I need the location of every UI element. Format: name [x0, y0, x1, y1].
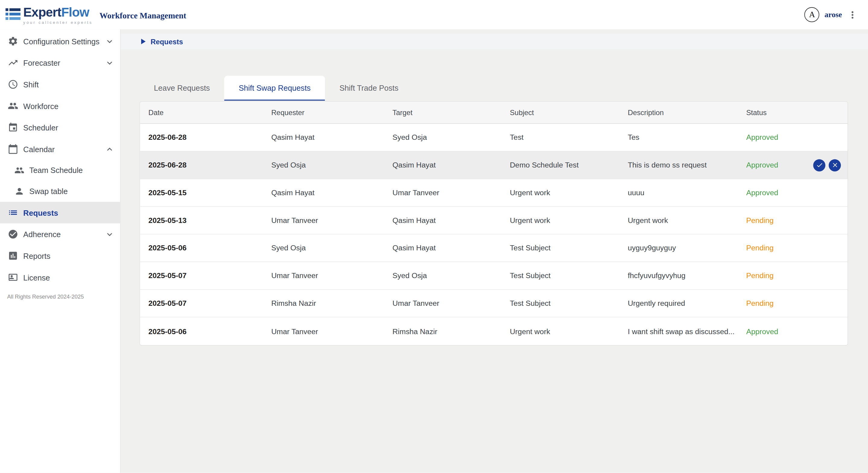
- logo-tagline: your callcenter experts: [23, 21, 93, 24]
- reject-button[interactable]: [829, 159, 841, 171]
- column-header-date: Date: [140, 108, 263, 117]
- cell-date: 2025-06-28: [140, 133, 263, 142]
- status-badge: Approved: [746, 161, 778, 169]
- tab-leave-requests[interactable]: Leave Requests: [140, 76, 224, 101]
- sidebar-item-configuration-settings[interactable]: Configuration Settings: [0, 30, 120, 52]
- chevron-down-icon: [105, 58, 115, 68]
- status-badge: Pending: [746, 216, 774, 225]
- cell-description: fhcfyuvufgyvyhug: [619, 271, 738, 280]
- cell-target: Rimsha Nazir: [384, 327, 501, 336]
- sidebar-item-label: Forecaster: [23, 59, 60, 67]
- cell-subject: Urgent work: [501, 189, 619, 197]
- cell-requester: Qasim Hayat: [263, 133, 384, 142]
- table-row[interactable]: 2025-06-28Qasim HayatSyed OsjaTestTesApp…: [140, 124, 847, 151]
- status-badge: Pending: [746, 244, 774, 252]
- sidebar-item-team-schedule[interactable]: Team Schedule: [0, 160, 120, 181]
- tab-label: Shift Trade Posts: [339, 83, 398, 92]
- requests-table: DateRequesterTargetSubjectDescriptionSta…: [140, 101, 848, 345]
- cell-target: Syed Osja: [384, 133, 501, 142]
- people-icon: [14, 165, 25, 175]
- column-header-status: Status: [738, 108, 847, 117]
- id-card-icon: [8, 272, 19, 282]
- people-icon: [8, 101, 19, 111]
- table-row[interactable]: 2025-05-07Umar TanveerSyed OsjaTest Subj…: [140, 262, 847, 290]
- cell-description: uuuu: [619, 189, 738, 197]
- sidebar-item-forecaster[interactable]: Forecaster: [0, 52, 120, 74]
- cell-subject: Urgent work: [501, 327, 619, 336]
- row-actions: [813, 159, 841, 171]
- logo-icon: [5, 8, 21, 20]
- sidebar-item-shift[interactable]: Shift: [0, 73, 120, 95]
- calendar-icon: [8, 144, 19, 154]
- cell-description: This is demo ss request: [619, 161, 738, 169]
- table-header-row: DateRequesterTargetSubjectDescriptionSta…: [140, 102, 847, 124]
- cell-date: 2025-05-07: [140, 271, 263, 280]
- avatar[interactable]: A: [805, 7, 820, 22]
- bar-chart-icon: [8, 250, 19, 261]
- table-row[interactable]: 2025-05-15Qasim HayatUmar TanveerUrgent …: [140, 179, 847, 207]
- status-badge: Approved: [746, 133, 778, 142]
- sidebar-item-calendar[interactable]: Calendar: [0, 138, 120, 160]
- sidebar-item-swap-table[interactable]: Swap table: [0, 181, 120, 202]
- cell-requester: Rimsha Nazir: [263, 299, 384, 308]
- app-root: Expert Flow your callcenter experts Work…: [0, 0, 868, 473]
- sidebar-item-scheduler[interactable]: Scheduler: [0, 116, 120, 138]
- cell-subject: Demo Schedule Test: [501, 161, 619, 169]
- sidebar-item-label: Adherence: [23, 230, 61, 239]
- cell-status: Pending: [738, 244, 847, 252]
- approve-button[interactable]: [813, 159, 825, 171]
- column-header-subject: Subject: [501, 108, 619, 117]
- chevron-up-icon: [105, 144, 115, 154]
- sidebar-items: Configuration SettingsForecasterShiftWor…: [0, 30, 120, 288]
- tab-bar: Leave RequestsShift Swap RequestsShift T…: [140, 76, 413, 101]
- logo-bar: [5, 17, 21, 20]
- tab-shift-swap-requests[interactable]: Shift Swap Requests: [224, 76, 325, 101]
- chevron-down-icon: [105, 36, 115, 46]
- sidebar-item-adherence[interactable]: Adherence: [0, 224, 120, 245]
- status-badge: Pending: [746, 271, 774, 280]
- cell-target: Umar Tanveer: [384, 299, 501, 308]
- username: arose: [825, 10, 842, 19]
- cell-description: I want shift swap as discussed...: [619, 327, 738, 336]
- sidebar-item-label: Swap table: [29, 187, 67, 196]
- sidebar-item-reports[interactable]: Reports: [0, 245, 120, 267]
- table-row[interactable]: 2025-05-06Syed OsjaQasim HayatTest Subje…: [140, 234, 847, 262]
- main-content: Requests Leave RequestsShift Swap Reques…: [121, 29, 868, 473]
- cell-description: Urgently required: [619, 299, 738, 308]
- clock-icon: [8, 79, 19, 90]
- logo-word-expert: Expert: [23, 5, 61, 20]
- cell-subject: Test: [501, 133, 619, 142]
- table-row[interactable]: 2025-05-06Umar TanveerRimsha NazirUrgent…: [140, 317, 847, 345]
- table-row[interactable]: 2025-06-28Syed OsjaQasim HayatDemo Sched…: [140, 151, 847, 179]
- list-icon: [8, 207, 19, 218]
- breadcrumb[interactable]: Requests: [121, 34, 868, 49]
- cell-status: Approved: [738, 133, 847, 142]
- sidebar-footer: All Rights Reserved 2024-2025: [0, 288, 120, 300]
- cell-subject: Urgent work: [501, 216, 619, 225]
- expertflow-logo: Expert Flow your callcenter experts: [0, 5, 93, 24]
- status-badge: Pending: [746, 299, 774, 308]
- logo-word-flow: Flow: [61, 5, 89, 20]
- cell-status: Pending: [738, 216, 847, 225]
- sidebar-item-license[interactable]: License: [0, 267, 120, 288]
- sidebar: Configuration SettingsForecasterShiftWor…: [0, 29, 121, 473]
- close-icon: [831, 162, 838, 169]
- cell-requester: Umar Tanveer: [263, 216, 384, 225]
- kebab-menu-icon[interactable]: [847, 9, 858, 20]
- table-row[interactable]: 2025-05-07Rimsha NazirUmar TanveerTest S…: [140, 290, 847, 317]
- logo-text: Expert Flow your callcenter experts: [23, 5, 93, 24]
- tab-shift-trade-posts[interactable]: Shift Trade Posts: [325, 76, 413, 101]
- sidebar-item-requests[interactable]: Requests: [0, 202, 120, 224]
- cell-status: Pending: [738, 271, 847, 280]
- cell-requester: Umar Tanveer: [263, 271, 384, 280]
- cell-date: 2025-06-28: [140, 161, 263, 169]
- cell-date: 2025-05-13: [140, 216, 263, 225]
- cell-date: 2025-05-07: [140, 299, 263, 308]
- cell-description: Tes: [619, 133, 738, 142]
- table-row[interactable]: 2025-05-13Umar TanveerQasim HayatUrgent …: [140, 207, 847, 234]
- cell-date: 2025-05-15: [140, 189, 263, 197]
- logo-bar: [5, 8, 21, 11]
- cell-requester: Qasim Hayat: [263, 189, 384, 197]
- kebab-icon: [847, 9, 858, 20]
- sidebar-item-workforce[interactable]: Workforce: [0, 95, 120, 117]
